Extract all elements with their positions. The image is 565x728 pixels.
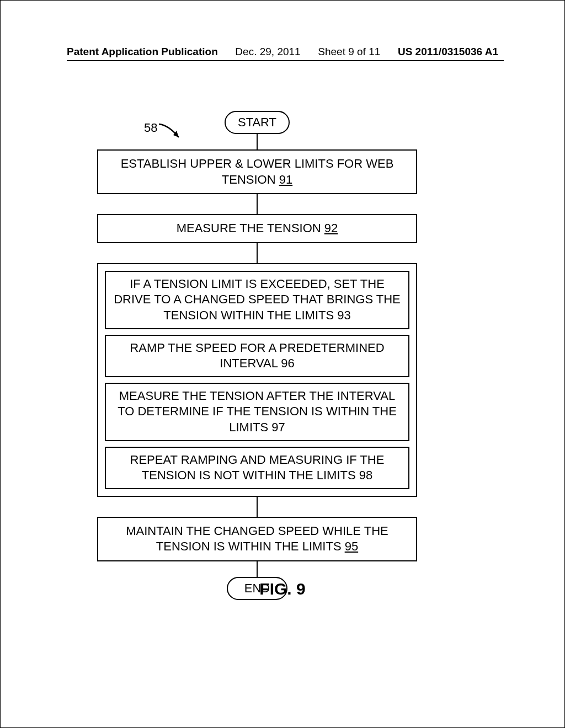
step-92-ref: 92 (324, 221, 338, 235)
step-93: IF A TENSION LIMIT IS EXCEEDED, SET THE … (105, 271, 409, 329)
step-group-93: IF A TENSION LIMIT IS EXCEEDED, SET THE … (97, 263, 417, 497)
step-91-text: ESTABLISH UPPER & LOWER LIMITS FOR WEB T… (121, 157, 394, 186)
step-97: MEASURE THE TENSION AFTER THE INTERVAL T… (105, 383, 409, 441)
header-date: Dec. 29, 2011 (235, 46, 300, 58)
step-98-ref: 98 (359, 468, 372, 482)
step-97-text: MEASURE THE TENSION AFTER THE INTERVAL T… (118, 389, 397, 434)
connector (257, 561, 258, 577)
step-98-text: REPEAT RAMPING AND MEASURING IF THE TENS… (130, 453, 385, 483)
step-92-text: MEASURE THE TENSION (177, 221, 324, 235)
header-docnum: US 2011/0315036 A1 (398, 46, 498, 58)
figure-label: FIG. 9 (1, 580, 564, 598)
step-97-ref: 97 (271, 420, 285, 434)
step-91-ref: 91 (279, 173, 292, 186)
step-91: ESTABLISH UPPER & LOWER LIMITS FOR WEB T… (97, 149, 417, 194)
connector (257, 194, 258, 214)
connector (257, 243, 258, 263)
step-96-ref: 96 (281, 356, 294, 370)
start-terminal: START (97, 111, 417, 134)
connector (257, 134, 258, 149)
step-95: MAINTAIN THE CHANGED SPEED WHILE THE TEN… (97, 517, 417, 561)
connector (257, 497, 258, 517)
flowchart: START ESTABLISH UPPER & LOWER LIMITS FOR… (97, 111, 417, 600)
step-93-ref: 93 (337, 308, 350, 322)
step-98: REPEAT RAMPING AND MEASURING IF THE TENS… (105, 447, 409, 489)
header-sheet: Sheet 9 of 11 (318, 46, 380, 58)
page-frame: Patent Application Publication Dec. 29, … (0, 0, 565, 728)
header-publication: Patent Application Publication (67, 46, 218, 58)
step-95-ref: 95 (345, 539, 358, 553)
start-label: START (225, 111, 290, 134)
step-93-text: IF A TENSION LIMIT IS EXCEEDED, SET THE … (114, 277, 401, 322)
step-92: MEASURE THE TENSION 92 (97, 214, 417, 243)
step-96: RAMP THE SPEED FOR A PREDETERMINED INTER… (105, 335, 409, 377)
page-header: Patent Application Publication Dec. 29, … (1, 46, 564, 58)
header-rule (67, 60, 504, 61)
step-96-text: RAMP THE SPEED FOR A PREDETERMINED INTER… (130, 341, 384, 371)
